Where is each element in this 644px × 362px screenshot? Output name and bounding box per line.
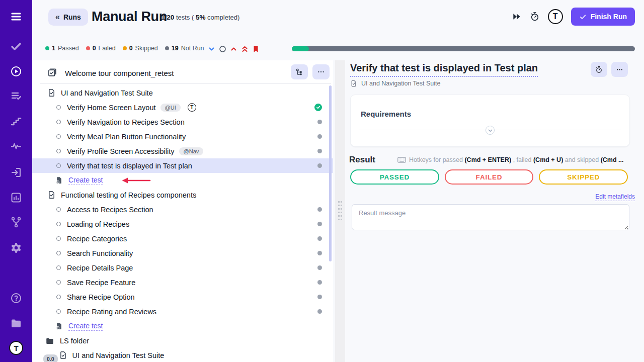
priority-up-icon[interactable] — [229, 45, 238, 53]
help-icon[interactable] — [10, 292, 23, 305]
skipped-button[interactable]: SKIPPED — [539, 169, 628, 185]
branch-icon[interactable] — [10, 216, 23, 229]
suite-progress-badge: 0.0 — [43, 354, 58, 362]
notrun-status-icon[interactable] — [317, 163, 322, 168]
test-plans-icon[interactable] — [10, 89, 23, 103]
circle-marker-icon[interactable] — [218, 45, 227, 53]
check-icon — [579, 13, 587, 21]
requirements-card: Requirements — [350, 95, 630, 147]
notrun-status-icon[interactable] — [317, 236, 322, 241]
test-row-selected[interactable]: Verify that test is displayed in Test pl… — [32, 158, 333, 173]
steps-icon[interactable] — [10, 115, 23, 128]
test-row[interactable]: Verify Home Screen Layout @UI T — [32, 100, 333, 115]
suite-label: Functional testing of Recipes components — [61, 191, 196, 199]
test-row[interactable]: Recipe Categories — [32, 231, 333, 246]
notrun-status-icon[interactable] — [317, 295, 322, 299]
notrun-status-icon[interactable] — [317, 149, 322, 153]
test-bullet-icon — [56, 163, 61, 168]
collapse-chevron-icon[interactable] — [207, 45, 216, 53]
pulse-icon[interactable] — [10, 140, 23, 153]
test-label: Verify Home Screen Layout — [67, 104, 156, 112]
test-label: Recipe Details Page — [67, 264, 133, 272]
test-label: Recipe Categories — [67, 235, 127, 243]
notrun-status-icon[interactable] — [317, 207, 322, 212]
tree-more-button[interactable] — [312, 64, 330, 79]
detail-more-button[interactable] — [611, 62, 628, 77]
test-row[interactable]: Access to Recipes Section — [32, 202, 333, 217]
test-label: Verify Profile Screen Accessibility — [67, 147, 175, 155]
test-row[interactable]: Search Functionality — [32, 246, 333, 260]
assignee-avatar-logo[interactable]: T — [548, 9, 563, 24]
suite-row[interactable]: 0.0 UI and Navigation Test Suite — [32, 348, 333, 362]
test-tag-badge[interactable]: @Nav — [179, 147, 204, 155]
test-label: Loading of Recipes — [67, 220, 129, 228]
timer-icon[interactable] — [530, 12, 540, 22]
fast-forward-icon[interactable] — [512, 12, 522, 22]
settings-gear-icon[interactable] — [10, 241, 23, 254]
menu-icon[interactable] — [10, 10, 23, 23]
test-suite-breadcrumb[interactable]: UI and Navigation Test Suite — [350, 80, 441, 87]
notrun-status-icon[interactable] — [317, 120, 322, 124]
test-bullet-icon — [56, 265, 61, 270]
test-tag-badge[interactable]: @UI — [160, 104, 181, 112]
test-row[interactable]: Verify Meal Plan Button Functionality — [32, 129, 333, 144]
test-bullet-icon — [56, 120, 61, 124]
create-test-row[interactable]: Create test — [32, 173, 333, 188]
panel-splitter[interactable] — [335, 60, 345, 362]
bookmark-icon[interactable] — [252, 45, 260, 53]
suite-name: UI and Navigation Test Suite — [361, 80, 441, 87]
notrun-status-icon[interactable] — [317, 251, 322, 255]
test-row[interactable]: Loading of Recipes — [32, 217, 333, 231]
suite-doc-icon — [59, 351, 67, 359]
priority-double-up-icon[interactable] — [240, 45, 249, 53]
projects-folder-icon[interactable] — [10, 317, 23, 330]
runs-icon[interactable] — [10, 65, 23, 78]
requirements-expand-button[interactable] — [486, 126, 495, 135]
detail-timer-button[interactable] — [591, 62, 607, 77]
notrun-status-icon[interactable] — [317, 280, 322, 285]
skipped-legend: 0Skipped — [123, 45, 158, 52]
tree-scrollbar[interactable] — [329, 85, 332, 261]
finish-run-button[interactable]: Finish Run — [571, 8, 635, 26]
test-bullet-icon — [56, 105, 61, 110]
back-to-runs-button[interactable]: « Runs — [48, 9, 88, 26]
tests-icon[interactable] — [10, 40, 23, 53]
brand-logo[interactable]: T — [9, 341, 23, 355]
tree-view-button[interactable] — [291, 64, 308, 79]
create-test-link[interactable]: Create test — [68, 322, 103, 331]
file-plus-icon — [55, 322, 63, 330]
suite-row[interactable]: UI and Navigation Test Suite — [32, 85, 333, 100]
test-row[interactable]: Recipe Details Page — [32, 260, 333, 275]
test-row[interactable]: Save Recipe Feature — [32, 275, 333, 290]
passed-button[interactable]: PASSED — [350, 169, 439, 185]
create-test-link[interactable]: Create test — [68, 176, 103, 185]
edit-metafields-link[interactable]: Edit metafields — [595, 193, 635, 201]
notrun-status-icon[interactable] — [317, 309, 322, 314]
suite-label: UI and Navigation Test Suite — [61, 89, 153, 97]
test-row[interactable]: Share Recipe Option — [32, 290, 333, 304]
test-bullet-icon — [56, 134, 61, 139]
test-bullet-icon — [56, 236, 61, 241]
test-row[interactable]: Recipe Rating and Reviews — [32, 304, 333, 319]
test-detail-panel: Verify that test is displayed in Test pl… — [345, 60, 644, 362]
result-message-input[interactable] — [352, 204, 629, 230]
analytics-icon[interactable] — [10, 191, 23, 204]
annotation-arrow-icon — [121, 177, 152, 184]
passed-status-icon[interactable] — [314, 104, 322, 111]
result-title: Result — [349, 155, 375, 165]
create-test-row[interactable]: Create test — [32, 319, 333, 333]
failed-button[interactable]: FAILED — [445, 169, 534, 185]
suite-row[interactable]: Functional testing of Recipes components — [32, 188, 333, 202]
import-icon[interactable] — [10, 166, 23, 179]
test-row[interactable]: Verify Profile Screen Accessibility @Nav — [32, 144, 333, 158]
test-title[interactable]: Verify that test is displayed in Test pl… — [350, 62, 538, 77]
notrun-status-icon[interactable] — [317, 134, 322, 139]
notrun-status-icon[interactable] — [317, 222, 322, 226]
run-checklist-icon — [47, 68, 57, 78]
test-bullet-icon — [56, 251, 61, 255]
notrun-status-icon[interactable] — [317, 265, 322, 270]
test-bullet-icon — [56, 207, 61, 212]
test-row[interactable]: Verify Navigation to Recipes Section — [32, 115, 333, 129]
test-label: Verify Navigation to Recipes Section — [67, 118, 185, 126]
folder-row[interactable]: LS folder — [32, 333, 333, 348]
